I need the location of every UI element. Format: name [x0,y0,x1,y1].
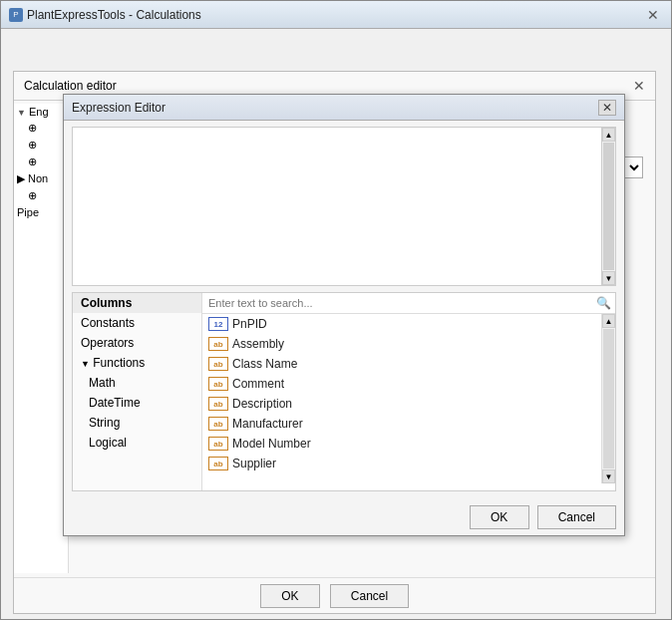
app-icon: P [9,8,23,22]
list-item[interactable]: ab Comment [202,374,601,394]
list-item[interactable]: ab Class Name [202,354,601,374]
item-label: Class Name [232,357,297,371]
item-icon-ab: ab [208,417,228,431]
tree-item-eng-child2[interactable]: ⊕ [14,137,68,154]
item-icon-ab: ab [208,437,228,451]
scrollbar-down-arrow[interactable]: ▼ [602,271,615,285]
cat-constants[interactable]: Constants [73,313,201,333]
main-title: PlantExpressTools - Calculations [27,8,639,22]
item-icon-12: 12 [208,317,228,331]
tree-item-pipe[interactable]: Pipe [14,204,68,220]
tree-item-eng[interactable]: ▼ Eng [14,104,68,120]
items-scroll-down[interactable]: ▼ [602,469,615,483]
list-item[interactable]: ab Model Number [202,434,601,454]
item-icon-ab: ab [208,377,228,391]
category-panel: Columns Constants Operators ▼ Functions … [73,293,202,490]
search-input[interactable] [206,295,594,311]
item-label: Model Number [232,437,311,451]
calc-editor-title: Calculation editor [24,79,117,93]
expr-cancel-button[interactable]: Cancel [537,505,616,529]
expr-ok-button[interactable]: OK [470,505,529,529]
scrollbar-up-arrow[interactable]: ▲ [602,128,615,142]
cat-operators[interactable]: Operators [73,333,201,353]
cat-datetime[interactable]: DateTime [73,393,201,413]
expression-editor-dialog: Expression Editor ✕ ▲ ▼ Columns [63,94,625,536]
items-scroll-content: 12 PnPID ab Assembly ab Class [202,314,601,483]
item-icon-ab: ab [208,337,228,351]
list-item[interactable]: ab Assembly [202,334,601,354]
tree-item-non-child[interactable]: ⊕ [14,187,68,204]
expr-textarea-container: ▲ ▼ [72,127,616,286]
main-titlebar: P PlantExpressTools - Calculations ✕ [1,1,671,29]
list-item[interactable]: ab Supplier [202,454,601,473]
calc-ok-button[interactable]: OK [260,584,320,608]
expr-bottom-panel: Columns Constants Operators ▼ Functions … [72,292,616,491]
scrollbar-thumb [603,143,614,270]
list-item[interactable]: 12 PnPID [202,314,601,334]
list-item[interactable]: ab Description [202,394,601,414]
calc-tree-panel: ▼ Eng ⊕ ⊕ ⊕ ▶ Non ⊕ Pipe [14,104,69,573]
search-bar: 🔍 [202,293,615,314]
item-label: PnPID [232,317,267,331]
main-content: Calculation editor ✕ Define calculation … [1,29,671,619]
item-icon-ab: ab [208,357,228,371]
item-label: Description [232,397,292,411]
item-icon-ab: ab [208,457,228,470]
cat-math[interactable]: Math [73,373,201,393]
tree-item-eng-child3[interactable]: ⊕ [14,154,68,170]
expr-titlebar: Expression Editor ✕ [64,95,624,121]
expr-title: Expression Editor [72,101,598,115]
cat-logical[interactable]: Logical [73,433,201,453]
expr-close-button[interactable]: ✕ [598,100,616,116]
expr-textarea[interactable] [73,128,615,285]
items-scroll-thumb [603,329,614,468]
main-window: P PlantExpressTools - Calculations ✕ Cal… [0,0,672,620]
expr-textarea-scrollbar[interactable]: ▲ ▼ [601,128,615,285]
calc-bottom-buttons: OK Cancel [14,577,655,613]
item-label: Assembly [232,337,284,351]
calc-cancel-button[interactable]: Cancel [330,584,409,608]
search-icon: 🔍 [596,296,611,310]
tree-item-non[interactable]: ▶ Non [14,170,68,187]
cat-columns[interactable]: Columns [73,293,201,313]
item-label: Manufacturer [232,417,303,431]
item-icon-ab: ab [208,397,228,411]
cat-string[interactable]: String [73,413,201,433]
tree-item-eng-child1[interactable]: ⊕ [14,120,68,137]
calc-editor-close[interactable]: ✕ [633,78,645,94]
item-label: Supplier [232,457,276,470]
items-panel: 🔍 12 PnPID ab [202,293,615,490]
items-scroll-up[interactable]: ▲ [602,314,615,328]
items-scrollbar[interactable]: ▲ ▼ [601,314,615,483]
expr-dialog-buttons: OK Cancel [64,499,624,535]
cat-functions[interactable]: ▼ Functions [73,353,201,373]
list-item[interactable]: ab Manufacturer [202,414,601,434]
item-label: Comment [232,377,284,391]
items-list-wrap: 12 PnPID ab Assembly ab Class [202,314,615,483]
main-close-button[interactable]: ✕ [643,6,663,24]
